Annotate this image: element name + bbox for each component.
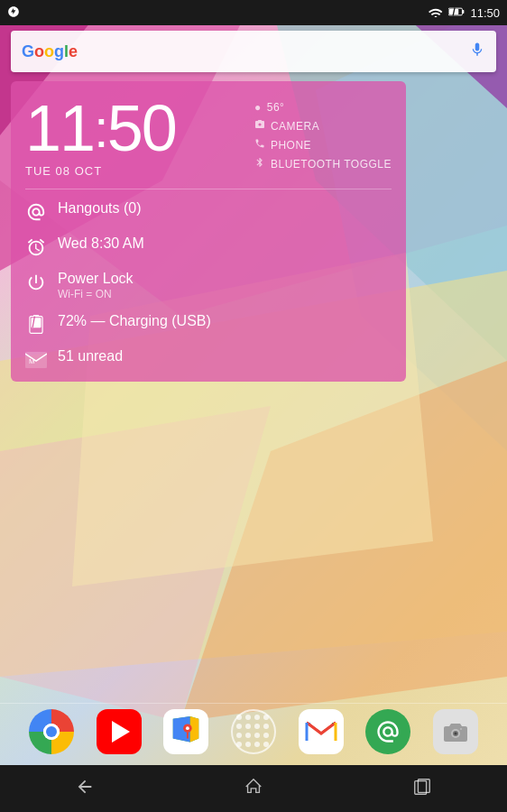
alarm-title: Wed 8:30 AM bbox=[58, 235, 392, 252]
status-bar-left bbox=[7, 5, 20, 21]
home-button[interactable] bbox=[226, 770, 281, 808]
powerlock-content: Power Lock Wi-Fi = ON bbox=[58, 271, 392, 300]
widget-date: TUE 08 OCT bbox=[25, 164, 247, 178]
status-time: 11:50 bbox=[470, 6, 500, 20]
status-bar: 11:50 bbox=[0, 0, 507, 25]
notification-icon bbox=[7, 5, 20, 21]
widget-clock-section: 11:50 TUE 08 OCT bbox=[25, 96, 247, 178]
alarm-content: Wed 8:30 AM bbox=[58, 235, 392, 252]
widget-item-battery[interactable]: 72% — Charging (USB) bbox=[25, 313, 392, 336]
battery-icon bbox=[448, 5, 465, 21]
dock-app-youtube[interactable] bbox=[95, 707, 143, 756]
search-bar[interactable]: Google bbox=[11, 31, 496, 72]
battery-title: 72% — Charging (USB) bbox=[58, 313, 392, 329]
svg-point-10 bbox=[435, 16, 438, 17]
status-bar-right: 11:50 bbox=[429, 5, 500, 21]
dock-app-launcher[interactable] bbox=[229, 707, 278, 756]
dock bbox=[0, 701, 507, 762]
battery-widget-icon bbox=[25, 314, 47, 336]
svg-point-35 bbox=[460, 728, 462, 730]
powerlock-subtitle: Wi-Fi = ON bbox=[58, 288, 392, 300]
svg-point-25 bbox=[186, 726, 189, 730]
shortcut-temperature[interactable]: ● 56° bbox=[254, 101, 392, 114]
widget-item-gmail[interactable]: M 51 unread bbox=[25, 348, 392, 371]
temperature-icon: ● bbox=[254, 101, 262, 114]
power-icon bbox=[25, 272, 47, 293]
hangouts-icon bbox=[25, 201, 47, 223]
phone-icon bbox=[254, 138, 265, 152]
widget-items: Hangouts (0) Wed 8:30 AM Power Lock bbox=[25, 200, 392, 371]
dock-app-maps[interactable] bbox=[161, 707, 210, 756]
time-colon: : bbox=[94, 98, 107, 159]
widget-item-alarm[interactable]: Wed 8:30 AM bbox=[25, 235, 392, 258]
shortcut-camera-label: CAMERA bbox=[271, 120, 319, 133]
dock-app-camera[interactable] bbox=[431, 707, 480, 756]
dock-app-chrome[interactable] bbox=[27, 707, 76, 756]
back-button[interactable] bbox=[57, 770, 113, 808]
time-minutes: 50 bbox=[107, 92, 176, 164]
shortcut-phone-label: PHONE bbox=[271, 139, 311, 152]
bluetooth-icon bbox=[254, 157, 265, 171]
gmail-content: 51 unread bbox=[58, 348, 392, 364]
alarm-icon bbox=[25, 236, 47, 258]
widget-item-powerlock[interactable]: Power Lock Wi-Fi = ON bbox=[25, 271, 392, 300]
widget-card: 11:50 TUE 08 OCT ● 56° CAMERA bbox=[11, 81, 406, 382]
mic-icon[interactable] bbox=[469, 42, 485, 61]
hangouts-title: Hangouts (0) bbox=[58, 200, 392, 217]
widget-top: 11:50 TUE 08 OCT ● 56° CAMERA bbox=[25, 96, 392, 178]
powerlock-title: Power Lock bbox=[58, 271, 392, 287]
nav-bar bbox=[0, 765, 507, 812]
camera-shortcut-icon bbox=[254, 119, 265, 133]
google-logo: Google bbox=[22, 42, 78, 61]
widget-divider bbox=[25, 189, 392, 189]
gmail-title: 51 unread bbox=[58, 348, 392, 364]
shortcut-camera[interactable]: CAMERA bbox=[254, 119, 392, 133]
battery-content: 72% — Charging (USB) bbox=[58, 313, 392, 329]
wifi-icon bbox=[429, 5, 443, 21]
svg-point-34 bbox=[454, 733, 456, 735]
dock-app-gmail[interactable] bbox=[297, 707, 346, 756]
svg-rect-12 bbox=[463, 10, 465, 14]
widget-item-hangouts[interactable]: Hangouts (0) bbox=[25, 200, 392, 223]
shortcut-phone[interactable]: PHONE bbox=[254, 138, 392, 152]
shortcut-bluetooth-label: BLUETOOTH TOGGLE bbox=[271, 158, 392, 171]
svg-text:M: M bbox=[29, 357, 35, 365]
dock-app-hangouts[interactable] bbox=[364, 707, 412, 756]
time-hours: 11 bbox=[25, 92, 94, 164]
shortcut-bluetooth[interactable]: BLUETOOTH TOGGLE bbox=[254, 157, 392, 171]
widget-time: 11:50 bbox=[25, 96, 247, 161]
hangouts-content: Hangouts (0) bbox=[58, 200, 392, 217]
widget-shortcuts: ● 56° CAMERA PHONE bbox=[254, 101, 392, 171]
shortcut-temp-label: 56° bbox=[267, 101, 285, 114]
gmail-widget-icon: M bbox=[25, 349, 47, 371]
recents-button[interactable] bbox=[394, 770, 450, 808]
